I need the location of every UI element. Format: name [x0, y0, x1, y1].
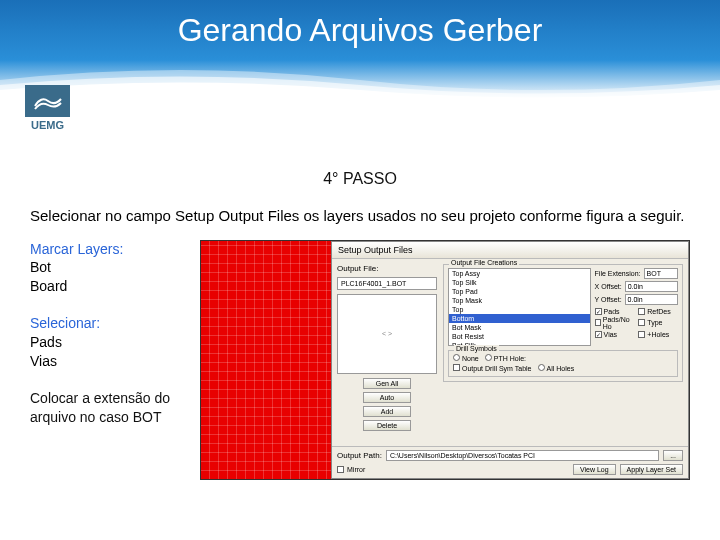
cb-refdes[interactable]: RefDes	[638, 308, 678, 315]
files-listbox[interactable]: < >	[337, 294, 437, 374]
left-annotations: Marcar Layers: Bot Board Selecionar: Pad…	[30, 240, 190, 480]
cb-pads[interactable]: Pads	[595, 308, 635, 315]
file-ext-input[interactable]: BOT	[644, 268, 678, 279]
marcar-layers-heading: Marcar Layers:	[30, 240, 190, 259]
layer-item[interactable]: Top Assy	[449, 269, 590, 278]
gen-all-button[interactable]: Gen All	[363, 378, 411, 389]
file-ext-label: File Extension:	[595, 270, 641, 277]
ext-note: Colocar a extensão do arquivo no caso BO…	[30, 389, 190, 427]
layer-item[interactable]: Bottom	[449, 314, 590, 323]
apply-layer-set-button[interactable]: Apply Layer Set	[620, 464, 683, 475]
logo-text: UEMG	[25, 119, 70, 131]
output-path-input[interactable]: C:\Users\Nilson\Desktop\Diversos\Tocatas…	[386, 450, 659, 461]
layer-item[interactable]: Top Silk	[449, 278, 590, 287]
yoffset-input[interactable]: 0.0in	[625, 294, 678, 305]
step-label: 4° PASSO	[30, 170, 690, 188]
marcar-bot: Bot	[30, 258, 190, 277]
slide-title: Gerando Arquivos Gerber	[0, 12, 720, 49]
content-area: 4° PASSO Selecionar no campo Setup Outpu…	[0, 170, 720, 480]
wave-decoration	[0, 60, 720, 100]
output-file-label: Output File:	[337, 264, 437, 273]
marcar-board: Board	[30, 277, 190, 296]
mirror-checkbox[interactable]: Mirror	[337, 466, 365, 473]
add-button[interactable]: Add	[363, 406, 411, 417]
instruction-text: Selecionar no campo Setup Output Files o…	[30, 206, 690, 226]
screenshot-area: Setup Output Files Output File: PLC16F40…	[200, 240, 690, 480]
file-creation-fieldset: Output File Creations Top AssyTop SilkTo…	[443, 264, 683, 382]
slide-header: Gerando Arquivos Gerber	[0, 0, 720, 100]
xoffset-label: X Offset:	[595, 283, 622, 290]
cb-output-drill[interactable]: Output Drill Sym Table	[453, 364, 532, 372]
radio-all-holes[interactable]: All Holes	[538, 364, 575, 372]
layer-item[interactable]: Top Pad	[449, 287, 590, 296]
layer-list[interactable]: Top AssyTop SilkTop PadTop MaskTopBottom…	[448, 268, 591, 346]
delete-button[interactable]: Delete	[363, 420, 411, 431]
file-creation-legend: Output File Creations	[449, 259, 519, 266]
drill-legend: Drill Symbols	[454, 345, 499, 352]
cb-padslno[interactable]: Pads/No Ho	[595, 316, 635, 330]
selecionar-heading: Selecionar:	[30, 314, 190, 333]
setup-output-files-dialog: Setup Output Files Output File: PLC16F40…	[331, 241, 689, 479]
browse-button[interactable]: ...	[663, 450, 683, 461]
layer-item[interactable]: Bot Resist	[449, 332, 590, 341]
layer-item[interactable]: Bot Mask	[449, 323, 590, 332]
selecionar-pads: Pads	[30, 333, 190, 352]
radio-pth[interactable]: PTH Hole:	[485, 354, 526, 362]
bottom-area: Marcar Layers: Bot Board Selecionar: Pad…	[30, 240, 690, 480]
layer-item[interactable]: Top	[449, 305, 590, 314]
auto-button[interactable]: Auto	[363, 392, 411, 403]
cb-type[interactable]: Type	[638, 316, 678, 330]
radio-none[interactable]: None	[453, 354, 479, 362]
output-path-label: Output Path:	[337, 451, 382, 460]
selecionar-vias: Vias	[30, 352, 190, 371]
drill-symbols-fieldset: Drill Symbols None PTH Hole: Output Dril…	[448, 350, 678, 377]
output-file-input[interactable]: PLC16F4001_1.BOT	[337, 277, 437, 290]
dialog-titlebar: Setup Output Files	[332, 242, 688, 259]
cb-vias[interactable]: Vias	[595, 331, 635, 338]
viewlog-button[interactable]: View Log	[573, 464, 616, 475]
uemg-logo: UEMG	[25, 85, 70, 131]
cb-holes[interactable]: +Holes	[638, 331, 678, 338]
xoffset-input[interactable]: 0.0in	[625, 281, 678, 292]
logo-icon	[25, 85, 70, 117]
yoffset-label: Y Offset:	[595, 296, 622, 303]
layer-item[interactable]: Top Mask	[449, 296, 590, 305]
